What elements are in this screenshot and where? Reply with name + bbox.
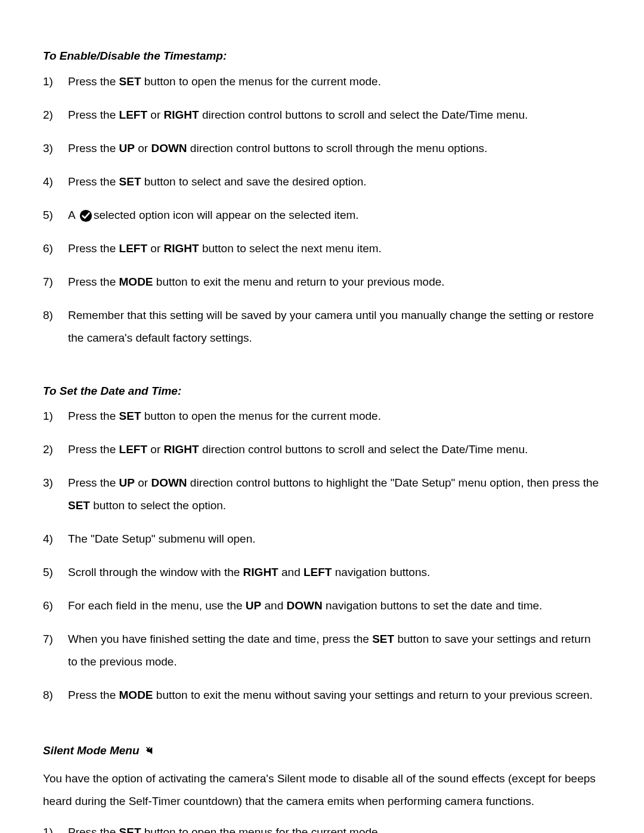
check-circle-icon xyxy=(79,209,92,222)
text-bold: SET xyxy=(372,633,394,645)
text-bold: SET xyxy=(119,75,141,88)
text: Press the xyxy=(68,275,119,288)
text: Press the xyxy=(68,410,119,422)
text: and xyxy=(278,566,304,578)
heading-text: Silent Mode Menu xyxy=(43,742,140,759)
text: direction control buttons to highlight t… xyxy=(187,476,599,489)
text: Press the xyxy=(68,476,119,489)
list-item: When you have finished setting the date … xyxy=(43,628,601,673)
list-item: For each field in the menu, use the UP a… xyxy=(43,594,601,617)
text-bold: LEFT xyxy=(119,242,148,255)
text-bold: LEFT xyxy=(119,109,148,121)
text-bold: UP xyxy=(119,476,135,489)
text: button to open the menus for the current… xyxy=(141,410,381,422)
text-bold: RIGHT xyxy=(164,242,199,255)
text: button to select the next menu item. xyxy=(199,242,382,255)
text-bold: MODE xyxy=(119,275,153,288)
list-item: Remember that this setting will be saved… xyxy=(43,304,601,349)
text-bold: UP xyxy=(246,599,261,612)
text: Press the xyxy=(68,826,119,833)
text-bold: RIGHT xyxy=(243,566,278,578)
heading-enable-disable-timestamp: To Enable/Disable the Timestamp: xyxy=(43,48,601,64)
text-bold: DOWN xyxy=(151,476,187,489)
list-item: Press the SET button to open the menus f… xyxy=(43,70,601,93)
text: Press the xyxy=(68,75,119,88)
text: direction control buttons to scroll and … xyxy=(199,109,528,121)
steps-silent-mode: Press the SET button to open the menus f… xyxy=(43,821,601,833)
list-item: Press the UP or DOWN direction control b… xyxy=(43,137,601,160)
text: button to exit the menu without saving y… xyxy=(153,689,593,701)
list-item: Press the LEFT or RIGHT direction contro… xyxy=(43,104,601,126)
paragraph-silent-intro: You have the option of activating the ca… xyxy=(43,767,601,813)
text-bold: RIGHT xyxy=(164,109,199,121)
text: and xyxy=(261,599,286,612)
text: Press the xyxy=(68,443,119,456)
text: Press the xyxy=(68,242,119,255)
text: When you have finished setting the date … xyxy=(68,633,372,645)
text-bold: DOWN xyxy=(287,599,323,612)
list-item: Press the LEFT or RIGHT button to select… xyxy=(43,237,601,260)
text: navigation buttons. xyxy=(332,566,430,578)
text: selected option icon will appear on the … xyxy=(94,209,359,221)
text-bold: MODE xyxy=(119,689,153,701)
list-item: Press the UP or DOWN direction control b… xyxy=(43,472,601,517)
steps-set-date-time: Press the SET button to open the menus f… xyxy=(43,405,601,707)
list-item: Press the SET button to open the menus f… xyxy=(43,405,601,428)
text: A xyxy=(68,209,78,221)
text: For each field in the menu, use the xyxy=(68,599,246,612)
text-bold: DOWN xyxy=(151,142,187,154)
text: Press the xyxy=(68,142,119,154)
text: or xyxy=(135,476,151,489)
list-item: Press the SET button to select and save … xyxy=(43,171,601,193)
text: or xyxy=(135,142,151,154)
text-bold: SET xyxy=(119,826,141,833)
list-item: Press the LEFT or RIGHT direction contro… xyxy=(43,438,601,461)
text: Scroll through the window with the xyxy=(68,566,243,578)
text: or xyxy=(147,443,163,456)
text-bold: LEFT xyxy=(304,566,332,578)
text: direction control buttons to scroll and … xyxy=(199,443,528,456)
list-item: Scroll through the window with the RIGHT… xyxy=(43,561,601,584)
text: button to exit the menu and return to yo… xyxy=(153,275,445,288)
list-item: The "Date Setup" submenu will open. xyxy=(43,528,601,550)
text: or xyxy=(147,242,163,255)
text-bold: UP xyxy=(119,142,135,154)
mute-icon xyxy=(145,745,156,756)
text: button to select and save the desired op… xyxy=(141,175,367,188)
text: Press the xyxy=(68,109,119,121)
text-bold: RIGHT xyxy=(164,443,199,456)
text-bold: LEFT xyxy=(119,443,148,456)
list-item: Press the MODE button to exit the menu w… xyxy=(43,684,601,707)
list-item: Press the SET button to open the menus f… xyxy=(43,821,601,833)
text-bold: SET xyxy=(68,499,90,512)
text-bold: SET xyxy=(119,410,141,422)
text-bold: SET xyxy=(119,175,141,188)
steps-enable-disable-timestamp: Press the SET button to open the menus f… xyxy=(43,70,601,349)
text: button to open the menus for the current… xyxy=(141,826,381,833)
list-item: A selected option icon will appear on th… xyxy=(43,204,601,227)
text: Press the xyxy=(68,175,119,188)
text: Remember that this setting will be saved… xyxy=(68,309,594,344)
text: button to open the menus for the current… xyxy=(141,75,381,88)
text: The "Date Setup" submenu will open. xyxy=(68,532,256,545)
heading-silent-mode: Silent Mode Menu xyxy=(43,742,601,759)
text: button to select the option. xyxy=(90,499,226,512)
text: navigation buttons to set the date and t… xyxy=(323,599,543,612)
text: or xyxy=(147,109,163,121)
text: Press the xyxy=(68,689,119,701)
list-item: Press the MODE button to exit the menu a… xyxy=(43,271,601,293)
text: direction control buttons to scroll thro… xyxy=(187,142,488,154)
heading-set-date-time: To Set the Date and Time: xyxy=(43,383,601,400)
